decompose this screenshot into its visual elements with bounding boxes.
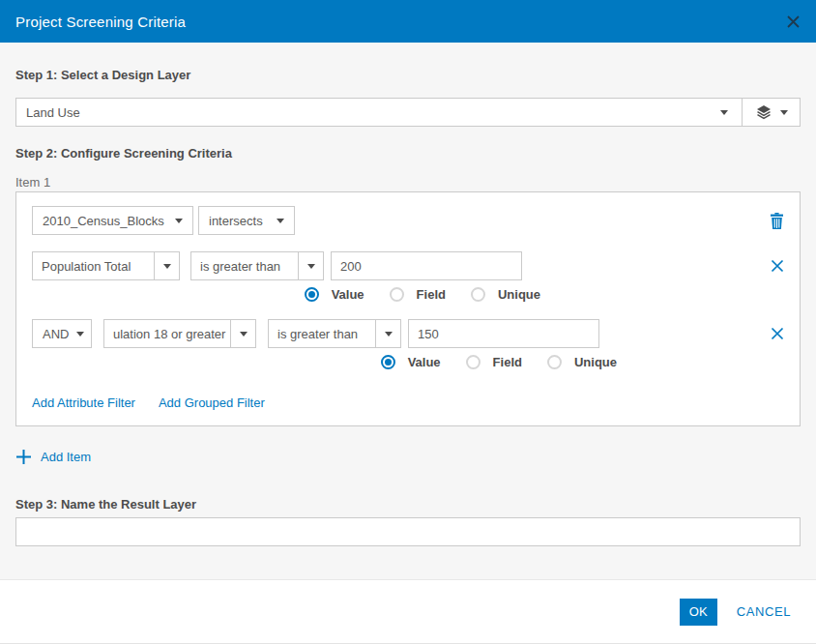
filter1-remove-button[interactable] [771,259,784,273]
filter2-conjunction-value: AND [43,327,69,341]
filter1-operator-dropdown-button[interactable] [298,251,324,280]
filter2-radio-value[interactable]: Value [381,355,441,369]
delete-item-button[interactable] [770,213,784,229]
filter1-field-dropdown-button[interactable] [154,251,180,280]
filter1-field-input[interactable]: Population Total [32,251,154,280]
chevron-down-icon [240,332,248,337]
filter2-field-dropdown-button[interactable] [230,319,256,348]
filter2-radio-unique[interactable]: Unique [547,355,617,369]
dialog-title: Project Screening Criteria [15,14,186,30]
radio-selected-icon [305,287,319,302]
radio-label: Field [493,355,522,369]
chevron-down-icon [385,332,393,337]
radio-unselected-icon [466,355,481,369]
design-layer-value: Land Use [26,105,720,120]
plus-icon [15,449,32,465]
chevron-down-icon [720,110,728,115]
chevron-down-icon [780,110,788,115]
design-layer-select[interactable]: Land Use [15,98,801,127]
chevron-down-icon [277,219,284,223]
layers-icon [756,104,772,120]
filter2-operator-combo: is greater than [268,319,401,348]
radio-label: Unique [498,287,540,302]
filter1-radio-unique[interactable]: Unique [471,287,540,302]
spatial-operator-value: intersects [209,214,263,228]
x-icon-glyph [786,15,801,29]
radio-label: Value [408,355,441,369]
step1-label: Step 1: Select a Design Layer [15,68,801,82]
trash-icon [770,213,784,229]
filter2-remove-button[interactable] [771,327,784,340]
radio-label: Unique [574,355,617,369]
attribute-filter-row: AND ulation 18 or greater is greater tha… [32,319,784,348]
result-layer-name-input[interactable] [15,517,801,546]
chevron-down-icon [307,264,315,269]
screening-item: 2010_Census_Blocks intersects [15,191,801,426]
add-attribute-filter-link[interactable]: Add Attribute Filter [32,395,135,410]
criteria-layer-select[interactable]: 2010_Census_Blocks [32,206,193,235]
item-label: Item 1 [15,175,801,190]
radio-label: Field [417,287,446,302]
cancel-button[interactable]: CANCEL [737,604,791,619]
filter1-operator-input[interactable]: is greater than [190,251,298,280]
criteria-layer-value: 2010_Census_Blocks [43,214,164,228]
step3-label: Step 3: Name the Result Layer [15,497,801,512]
radio-unselected-icon [547,355,562,369]
dialog-header: Project Screening Criteria [0,0,816,43]
x-icon [771,259,784,273]
filter1-mode-radios: Value Field Unique [32,286,540,302]
ok-button[interactable]: OK [680,599,717,626]
filter2-field-combo: ulation 18 or greater [103,319,256,348]
x-icon [771,327,784,340]
add-item-label: Add Item [41,450,91,464]
filter2-radio-field[interactable]: Field [466,355,522,369]
filter2-operator-dropdown-button[interactable] [375,319,401,348]
layer-type-button[interactable] [743,99,800,126]
radio-selected-icon [381,355,395,369]
chevron-down-icon [175,219,183,223]
filter-links-row: Add Attribute Filter Add Grouped Filter [32,395,784,410]
filter1-radio-field[interactable]: Field [390,287,446,302]
dialog-body: Step 1: Select a Design Layer Land Use S… [0,43,816,579]
filter2-value-input[interactable] [408,319,599,348]
project-screening-criteria-dialog: Project Screening Criteria Step 1: Selec… [0,0,816,644]
layer-operator-row: 2010_Census_Blocks intersects [32,206,784,235]
step2-label: Step 2: Configure Screening Criteria [15,146,801,161]
radio-label: Value [332,287,364,302]
filter1-operator-combo: is greater than [190,251,324,280]
radio-unselected-icon [471,287,485,302]
close-icon[interactable] [786,15,801,29]
add-grouped-filter-link[interactable]: Add Grouped Filter [159,395,265,410]
attribute-filter-row: Population Total is greater than [32,251,784,280]
add-item-button[interactable]: Add Item [15,449,91,465]
filter1-field-combo: Population Total [32,251,180,280]
chevron-down-icon [163,264,171,269]
filter2-mode-radios: Value Field Unique [32,354,617,369]
filter2-field-input[interactable]: ulation 18 or greater [103,319,230,348]
chevron-down-icon [76,332,84,337]
filter1-radio-value[interactable]: Value [305,287,364,302]
filter2-conjunction-select[interactable]: AND [32,319,92,348]
filter1-value-input[interactable] [331,251,522,280]
filter2-operator-input[interactable]: is greater than [268,319,375,348]
spatial-operator-select[interactable]: intersects [198,206,295,235]
radio-unselected-icon [390,287,404,302]
dialog-footer: OK CANCEL [0,579,816,643]
